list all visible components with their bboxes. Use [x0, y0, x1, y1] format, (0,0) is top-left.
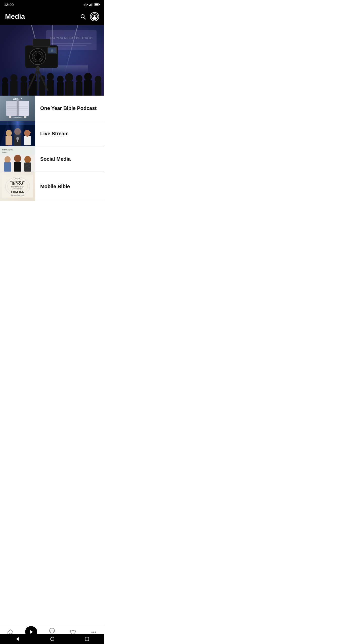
svg-rect-0 — [89, 5, 90, 6]
svg-text:store!: store! — [2, 151, 7, 153]
svg-rect-46 — [95, 82, 101, 96]
thumb-mobile-bible: for it is God who works IN YOU to will a… — [0, 172, 35, 201]
svg-text:WRSHP: WRSHP — [13, 98, 23, 100]
svg-text:in order to: in order to — [14, 188, 22, 190]
svg-point-25 — [2, 77, 8, 84]
media-item-label: Social Media — [35, 146, 104, 172]
svg-rect-44 — [84, 80, 92, 96]
camera-illustration — [15, 30, 65, 91]
stage-light-effect — [10, 121, 25, 141]
svg-point-94 — [24, 156, 31, 163]
svg-rect-6 — [95, 4, 99, 6]
battery-icon — [95, 3, 100, 6]
search-icon — [80, 14, 86, 20]
svg-text:his good purpose: his good purpose — [11, 194, 24, 196]
status-time: 12:00 — [4, 3, 14, 7]
svg-rect-5 — [99, 4, 100, 5]
svg-rect-66 — [17, 100, 19, 116]
svg-point-45 — [95, 76, 101, 83]
media-list: WRSHP One Year Bible Podcast — [0, 96, 104, 201]
svg-rect-2 — [92, 4, 92, 6]
svg-rect-26 — [2, 83, 8, 96]
svg-rect-93 — [14, 162, 21, 172]
profile-icon — [91, 13, 98, 20]
svg-point-72 — [17, 117, 18, 118]
svg-point-16 — [35, 54, 37, 56]
svg-point-41 — [76, 75, 82, 82]
list-item[interactable]: for it is God who works IN YOU to will a… — [0, 172, 104, 201]
svg-rect-20 — [49, 52, 55, 52]
svg-rect-42 — [76, 82, 82, 96]
search-button[interactable] — [80, 14, 86, 20]
svg-point-90 — [5, 156, 11, 163]
svg-text:for it is: for it is — [15, 178, 20, 180]
list-item[interactable]: in the HOPE store! — [0, 146, 104, 172]
status-bar: 12:00 — [0, 0, 104, 9]
hero-image: DO YOU NEED THE TRUTH — [0, 25, 104, 96]
svg-point-69 — [24, 116, 26, 118]
svg-text:IN YOU: IN YOU — [12, 182, 23, 185]
profile-button[interactable] — [90, 12, 99, 21]
svg-rect-52 — [6, 101, 17, 116]
page-title: Media — [5, 13, 25, 21]
svg-rect-59 — [18, 101, 29, 116]
wifi-icon — [83, 3, 88, 6]
svg-line-71 — [18, 117, 24, 118]
svg-point-24 — [36, 66, 40, 70]
media-item-label: Mobile Bible — [35, 172, 104, 201]
status-icons — [83, 3, 100, 6]
list-item[interactable]: Live Stream — [0, 121, 104, 146]
thumb-social-media: in the HOPE store! — [0, 146, 35, 172]
svg-rect-1 — [90, 4, 91, 6]
bible-quote-illustration: for it is God who works IN YOU to will a… — [2, 174, 33, 199]
content: DO YOU NEED THE TRUTH — [0, 25, 104, 231]
svg-rect-12 — [33, 39, 50, 47]
svg-text:in the HOPE: in the HOPE — [2, 149, 13, 151]
header: Media — [0, 9, 104, 25]
thumb-bible-podcast: WRSHP — [0, 96, 35, 121]
svg-line-8 — [84, 18, 86, 19]
svg-rect-91 — [4, 162, 11, 172]
svg-point-43 — [84, 73, 92, 81]
svg-point-92 — [14, 155, 21, 162]
svg-rect-40 — [65, 81, 73, 96]
svg-text:FULFILL: FULFILL — [11, 190, 24, 193]
svg-point-10 — [94, 15, 96, 17]
svg-point-15 — [34, 53, 41, 60]
svg-point-39 — [65, 73, 73, 82]
svg-line-70 — [11, 117, 18, 118]
svg-text:to will and to act: to will and to act — [11, 186, 24, 188]
svg-rect-3 — [93, 3, 94, 6]
thumb-live-stream — [0, 121, 35, 146]
svg-line-21 — [28, 69, 38, 91]
media-item-label: One Year Bible Podcast — [35, 96, 104, 121]
signal-icon — [89, 3, 93, 6]
media-item-label: Live Stream — [35, 121, 104, 146]
bible-illustration: WRSHP — [5, 98, 30, 118]
header-actions — [80, 12, 99, 21]
list-item[interactable]: WRSHP One Year Bible Podcast — [0, 96, 104, 121]
svg-point-68 — [9, 116, 11, 118]
svg-line-23 — [38, 69, 48, 91]
svg-point-19 — [51, 49, 53, 52]
social-group-illustration: in the HOPE store! — [0, 146, 35, 172]
